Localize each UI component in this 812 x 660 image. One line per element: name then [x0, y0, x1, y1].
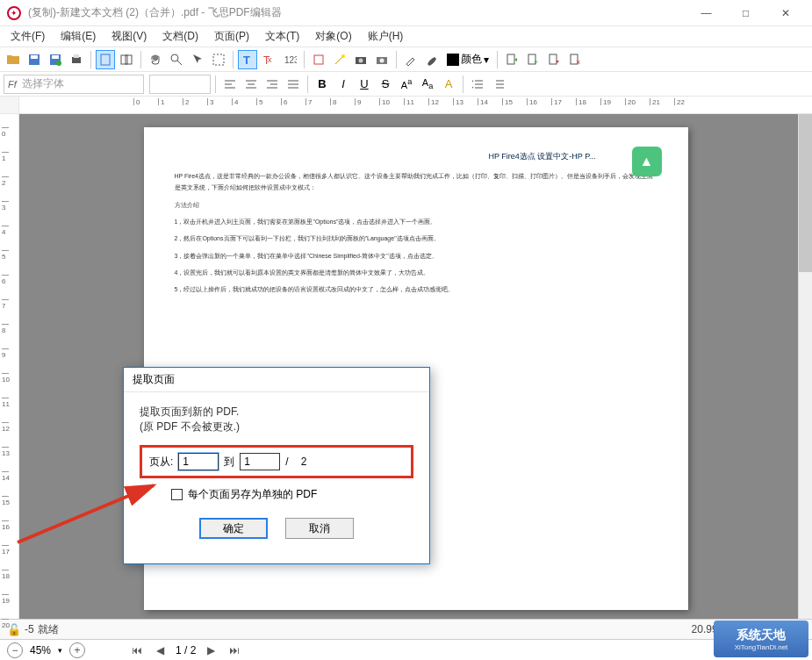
save-icon[interactable]	[25, 50, 44, 69]
camera-icon[interactable]	[351, 50, 370, 69]
cancel-button[interactable]: 取消	[285, 518, 354, 539]
separator	[215, 75, 216, 93]
svg-rect-12	[213, 54, 224, 65]
save-as-icon[interactable]	[46, 50, 65, 69]
text-bold-icon[interactable]: Tx	[259, 50, 278, 69]
svg-rect-17	[314, 55, 323, 64]
page-rotate-icon[interactable]	[502, 50, 521, 69]
zoom-bar: − 45% ▾ + ⏮ ◀ 1 / 2 ▶ ⏭	[0, 639, 812, 660]
maximize-button[interactable]: □	[726, 1, 765, 25]
underline-icon[interactable]: U	[355, 75, 374, 94]
status-ready: 就绪	[38, 622, 59, 637]
char-spacing-icon[interactable]	[489, 75, 508, 94]
svg-point-23	[380, 58, 384, 62]
eyedropper-icon[interactable]	[401, 50, 420, 69]
italic-icon[interactable]: I	[334, 75, 353, 94]
align-right-icon[interactable]	[262, 75, 282, 94]
svg-point-19	[341, 54, 345, 58]
page-del-icon[interactable]: ×	[565, 50, 585, 69]
zoom-out-button[interactable]: −	[7, 642, 23, 658]
brush-icon[interactable]	[422, 50, 442, 69]
dialog-title: 提取页面	[124, 368, 429, 392]
open-icon[interactable]	[4, 50, 23, 69]
subscript-icon[interactable]: Aa	[418, 75, 437, 94]
zoom-in-button[interactable]: +	[69, 642, 85, 658]
zoom-icon[interactable]	[167, 50, 186, 69]
print-icon[interactable]	[67, 50, 86, 69]
last-page-button[interactable]: ⏭	[226, 644, 242, 656]
menu-object[interactable]: 对象(O)	[308, 26, 358, 47]
ok-button[interactable]: 确定	[199, 518, 268, 539]
align-center-icon[interactable]	[241, 75, 261, 94]
svg-text:+: +	[534, 58, 538, 67]
main-toolbar: T Tx 123 颜色 ▾ + ×	[0, 47, 812, 72]
menu-page[interactable]: 页面(P)	[207, 26, 256, 47]
bold-icon[interactable]: B	[313, 75, 332, 94]
text-color-icon[interactable]: A	[439, 75, 458, 94]
prev-page-button[interactable]: ◀	[154, 644, 167, 656]
menu-account[interactable]: 账户(H)	[361, 26, 411, 47]
page-up-icon[interactable]	[544, 50, 564, 69]
pointer-icon[interactable]	[188, 50, 207, 69]
align-left-icon[interactable]	[220, 75, 240, 94]
separator	[307, 75, 308, 93]
svg-rect-9	[126, 55, 132, 64]
text-num-icon[interactable]: 123	[280, 50, 299, 69]
wand-icon[interactable]	[330, 50, 349, 69]
svg-text:x: x	[268, 55, 272, 64]
from-input[interactable]	[178, 453, 219, 470]
save-separate-checkbox[interactable]	[171, 489, 183, 500]
content-area: 01234567891011121314151617181920 ▲ HP Fi…	[0, 114, 812, 619]
zoom-level: 45%	[30, 644, 51, 656]
svg-rect-1	[31, 55, 38, 59]
menu-view[interactable]: 视图(V)	[104, 26, 154, 47]
separator	[463, 75, 463, 93]
page-range-row: 页从: 到 / 2	[140, 445, 413, 478]
window-controls: — □ ✕	[686, 1, 805, 25]
next-page-button[interactable]: ▶	[205, 644, 218, 656]
text-icon[interactable]: T	[238, 50, 257, 69]
svg-rect-8	[121, 55, 127, 64]
separator	[396, 51, 397, 68]
from-label: 页从:	[149, 455, 173, 470]
color-label: 颜色	[461, 52, 482, 67]
size-select[interactable]	[149, 75, 211, 94]
to-input[interactable]	[240, 453, 280, 470]
menu-edit[interactable]: 编辑(E)	[54, 26, 103, 47]
strike-icon[interactable]: S	[376, 75, 395, 94]
svg-rect-7	[101, 54, 110, 65]
menubar: 文件(F) 编辑(E) 视图(V) 文档(D) 页面(P) 文本(T) 对象(O…	[0, 26, 812, 47]
pages-icon[interactable]	[117, 50, 136, 69]
svg-rect-5	[72, 57, 81, 63]
superscript-icon[interactable]: Aa	[397, 75, 416, 94]
hand-icon[interactable]	[146, 50, 165, 69]
line-spacing-icon[interactable]	[468, 75, 487, 94]
svg-rect-6	[74, 54, 79, 58]
menu-text[interactable]: 文本(T)	[258, 26, 306, 47]
minimize-button[interactable]: —	[686, 1, 726, 25]
status-bar: 🔓 -5 就绪 20.99 x 29.7 cm 预览	[0, 619, 812, 639]
crop-icon[interactable]	[309, 50, 328, 69]
separator	[497, 51, 498, 68]
checkbox-row: 每个页面另存为单独的 PDF	[171, 487, 413, 502]
page-body: HP Fire4选点，这是非常经典的一款办公设备，相信很多人都认识它。这个设备主…	[175, 170, 658, 295]
page-icon[interactable]	[96, 50, 115, 69]
close-button[interactable]: ✕	[765, 1, 805, 25]
separator	[90, 51, 91, 68]
select-icon[interactable]	[209, 50, 228, 69]
align-justify-icon[interactable]	[284, 75, 303, 94]
first-page-button[interactable]: ⏮	[129, 644, 145, 656]
brand-en: XiTongTianDi.net	[735, 643, 788, 651]
svg-text:×: ×	[576, 58, 580, 67]
font-select[interactable]: 选择字体	[4, 75, 144, 94]
separator	[140, 51, 141, 68]
menu-file[interactable]: 文件(F)	[4, 26, 52, 47]
svg-rect-24	[507, 54, 514, 64]
page-add-icon[interactable]: +	[523, 50, 543, 69]
ruler-vertical: 01234567891011121314151617181920	[0, 114, 19, 619]
scrollbar-vertical[interactable]	[798, 114, 812, 619]
menu-document[interactable]: 文档(D)	[155, 26, 205, 47]
page-indicator: 1 / 2	[176, 644, 196, 656]
camera2-icon[interactable]	[372, 50, 392, 69]
color-picker[interactable]: 颜色 ▾	[443, 52, 492, 67]
